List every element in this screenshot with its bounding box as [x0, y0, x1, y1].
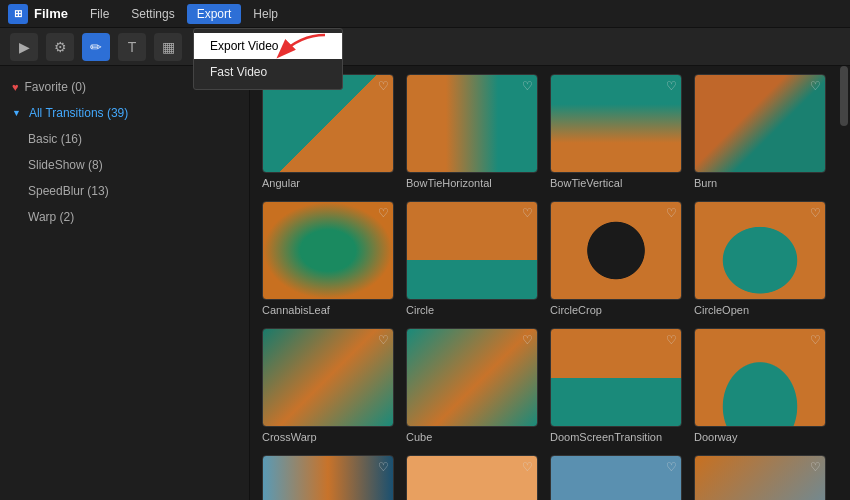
main-layout: ♥ Favorite (0) ▼ All Transitions (39) Ba…: [0, 66, 850, 500]
app-logo-icon: ⊞: [8, 4, 28, 24]
transition-doomscreen[interactable]: ♡DoomScreenTransition: [550, 328, 682, 443]
transition-name-bowtie-v: BowTieVertical: [550, 177, 682, 189]
favorite-btn-bowtie-h[interactable]: ♡: [522, 79, 533, 93]
favorite-btn-cube[interactable]: ♡: [522, 333, 533, 347]
favorite-btn-circleopen[interactable]: ♡: [810, 206, 821, 220]
menu-export[interactable]: Export: [187, 4, 242, 24]
favorite-btn-doomscreen[interactable]: ♡: [666, 333, 677, 347]
favorite-btn-fade[interactable]: ♡: [666, 460, 677, 474]
menu-file[interactable]: File: [80, 4, 119, 24]
transition-name-cannabis: CannabisLeaf: [262, 304, 394, 316]
sidebar-all-transitions[interactable]: ▼ All Transitions (39): [0, 100, 249, 126]
favorite-btn-angular[interactable]: ♡: [378, 79, 389, 93]
title-bar: ⊞ Filme File Settings Export Help: [0, 0, 850, 28]
app-name: Filme: [34, 6, 68, 21]
menu-help[interactable]: Help: [243, 4, 288, 24]
transition-dreamy[interactable]: ♡Dreamy: [262, 455, 394, 500]
toolbar-media[interactable]: ▶: [10, 33, 38, 61]
transition-thumb-circlecrop: ♡: [550, 201, 682, 300]
favorite-btn-bowtie-v[interactable]: ♡: [666, 79, 677, 93]
sidebar-slideshow-label: SlideShow (8): [28, 158, 103, 172]
sidebar-speedblur[interactable]: SpeedBlur (13): [0, 178, 249, 204]
transition-name-doorway: Doorway: [694, 431, 826, 443]
transition-bowtie-h[interactable]: ♡BowTieHorizontal: [406, 74, 538, 189]
transition-thumb-dreamyzoom: ♡: [406, 455, 538, 500]
sidebar: ♥ Favorite (0) ▼ All Transitions (39) Ba…: [0, 66, 250, 500]
sidebar-basic[interactable]: Basic (16): [0, 126, 249, 152]
transition-circle[interactable]: ♡Circle: [406, 201, 538, 316]
transition-thumb-crosswarp: ♡: [262, 328, 394, 427]
transition-crosswarp[interactable]: ♡CrossWarp: [262, 328, 394, 443]
transition-thumb-fadecolor: ♡: [694, 455, 826, 500]
transition-thumb-cube: ♡: [406, 328, 538, 427]
app-logo: ⊞ Filme: [8, 4, 68, 24]
toolbar-settings[interactable]: ⚙: [46, 33, 74, 61]
expand-icon: ▼: [12, 108, 21, 118]
favorite-btn-crosswarp[interactable]: ♡: [378, 333, 389, 347]
transition-angular[interactable]: ♡Angular: [262, 74, 394, 189]
transition-thumb-cannabis: ♡: [262, 201, 394, 300]
sidebar-slideshow[interactable]: SlideShow (8): [0, 152, 249, 178]
transition-thumb-burn: ♡: [694, 74, 826, 173]
transition-thumb-bowtie-h: ♡: [406, 74, 538, 173]
transition-name-circle: Circle: [406, 304, 538, 316]
favorite-btn-circle[interactable]: ♡: [522, 206, 533, 220]
transition-fadecolor[interactable]: ♡Fadecolor: [694, 455, 826, 500]
favorite-btn-burn[interactable]: ♡: [810, 79, 821, 93]
heart-icon: ♥: [12, 81, 19, 93]
transitions-grid: ♡Angular♡BowTieHorizontal♡BowTieVertical…: [262, 74, 826, 500]
toolbar-text[interactable]: T: [118, 33, 146, 61]
scrollbar-thumb[interactable]: [840, 66, 848, 126]
transition-name-crosswarp: CrossWarp: [262, 431, 394, 443]
sidebar-warp-label: Warp (2): [28, 210, 74, 224]
transition-circlecrop[interactable]: ♡CircleCrop: [550, 201, 682, 316]
transition-burn[interactable]: ♡Burn: [694, 74, 826, 189]
transition-cube[interactable]: ♡Cube: [406, 328, 538, 443]
toolbar-brush[interactable]: ✏: [82, 33, 110, 61]
transition-thumb-bowtie-v: ♡: [550, 74, 682, 173]
scrollbar[interactable]: [838, 66, 850, 500]
sidebar-all-label: All Transitions (39): [29, 106, 128, 120]
menu-bar: File Settings Export Help: [80, 4, 288, 24]
transition-bowtie-v[interactable]: ♡BowTieVertical: [550, 74, 682, 189]
toolbar-more[interactable]: ▦: [154, 33, 182, 61]
transition-name-circlecrop: CircleCrop: [550, 304, 682, 316]
transition-thumb-circle: ♡: [406, 201, 538, 300]
favorite-btn-circlecrop[interactable]: ♡: [666, 206, 677, 220]
transition-name-burn: Burn: [694, 177, 826, 189]
sidebar-basic-label: Basic (16): [28, 132, 82, 146]
content-area: ♡Angular♡BowTieHorizontal♡BowTieVertical…: [250, 66, 838, 500]
transition-thumb-circleopen: ♡: [694, 201, 826, 300]
transition-name-circleopen: CircleOpen: [694, 304, 826, 316]
transition-name-cube: Cube: [406, 431, 538, 443]
transition-doorway[interactable]: ♡Doorway: [694, 328, 826, 443]
favorite-btn-fadecolor[interactable]: ♡: [810, 460, 821, 474]
favorite-btn-dreamy[interactable]: ♡: [378, 460, 389, 474]
menu-settings[interactable]: Settings: [121, 4, 184, 24]
sidebar-warp[interactable]: Warp (2): [0, 204, 249, 230]
transition-fade[interactable]: ♡Fade: [550, 455, 682, 500]
transition-thumb-dreamy: ♡: [262, 455, 394, 500]
transition-name-angular: Angular: [262, 177, 394, 189]
sidebar-favorite-label: Favorite (0): [25, 80, 86, 94]
sidebar-speedblur-label: SpeedBlur (13): [28, 184, 109, 198]
favorite-btn-doorway[interactable]: ♡: [810, 333, 821, 347]
transition-cannabis[interactable]: ♡CannabisLeaf: [262, 201, 394, 316]
favorite-btn-dreamyzoom[interactable]: ♡: [522, 460, 533, 474]
transition-thumb-doorway: ♡: [694, 328, 826, 427]
transition-thumb-doomscreen: ♡: [550, 328, 682, 427]
transition-name-doomscreen: DoomScreenTransition: [550, 431, 682, 443]
transition-name-bowtie-h: BowTieHorizontal: [406, 177, 538, 189]
transition-circleopen[interactable]: ♡CircleOpen: [694, 201, 826, 316]
transition-dreamyzoom[interactable]: ♡DreamyZoom: [406, 455, 538, 500]
toolbar: ▶ ⚙ ✏ T ▦: [0, 28, 850, 66]
transition-thumb-fade: ♡: [550, 455, 682, 500]
arrow-annotation: [260, 30, 330, 68]
favorite-btn-cannabis[interactable]: ♡: [378, 206, 389, 220]
